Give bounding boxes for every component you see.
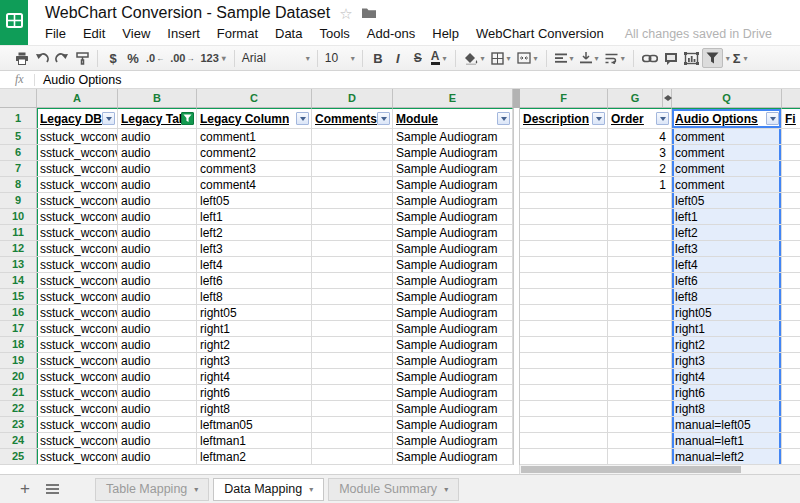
menu-help[interactable]: Help bbox=[432, 26, 459, 41]
filter-dropdown-button[interactable] bbox=[377, 112, 390, 125]
vertical-align-button[interactable]: ▾ bbox=[577, 48, 602, 68]
cell[interactable]: sstuck_wcconv bbox=[37, 161, 118, 177]
cell[interactable] bbox=[608, 289, 672, 305]
column-letter-D[interactable]: D bbox=[312, 89, 393, 108]
menu-add-ons[interactable]: Add-ons bbox=[367, 26, 415, 41]
row-number[interactable]: 19 bbox=[0, 353, 37, 369]
column-letter-Q[interactable]: Q bbox=[672, 89, 782, 108]
cell[interactable]: Sample Audiogram bbox=[393, 337, 513, 353]
cell[interactable] bbox=[312, 305, 393, 321]
menu-format[interactable]: Format bbox=[217, 26, 258, 41]
cell[interactable]: sstuck_wcconv bbox=[37, 417, 118, 433]
cell[interactable]: audio bbox=[118, 241, 197, 257]
row-number[interactable]: 12 bbox=[0, 241, 37, 257]
cell[interactable] bbox=[312, 353, 393, 369]
cell[interactable] bbox=[782, 353, 800, 369]
cell[interactable] bbox=[782, 177, 800, 193]
cell[interactable] bbox=[520, 449, 608, 465]
row-number[interactable]: 21 bbox=[0, 385, 37, 401]
row-number[interactable]: 25 bbox=[0, 449, 37, 465]
cell[interactable]: sstuck_wcconv bbox=[37, 337, 118, 353]
cell[interactable]: right2 bbox=[672, 337, 782, 353]
row-number[interactable]: 11 bbox=[0, 225, 37, 241]
cell[interactable]: sstuck_wcconv bbox=[37, 241, 118, 257]
cell[interactable] bbox=[608, 337, 672, 353]
cell[interactable]: audio bbox=[118, 129, 197, 145]
header-cell-legacy-table[interactable]: Legacy Table bbox=[118, 108, 197, 129]
cell[interactable]: Sample Audiogram bbox=[393, 289, 513, 305]
cell[interactable]: Sample Audiogram bbox=[393, 225, 513, 241]
cell[interactable] bbox=[782, 289, 800, 305]
cell[interactable] bbox=[312, 337, 393, 353]
cell[interactable] bbox=[608, 273, 672, 289]
cell[interactable]: audio bbox=[118, 257, 197, 273]
cell[interactable]: right4 bbox=[197, 369, 312, 385]
cell[interactable] bbox=[520, 273, 608, 289]
cell[interactable] bbox=[782, 433, 800, 449]
column-letter-A[interactable]: A bbox=[37, 89, 118, 108]
column-letter-C[interactable]: C bbox=[197, 89, 312, 108]
cell[interactable]: right3 bbox=[197, 353, 312, 369]
print-button[interactable] bbox=[12, 48, 32, 68]
cell[interactable] bbox=[312, 417, 393, 433]
cell[interactable] bbox=[782, 401, 800, 417]
cell[interactable]: right6 bbox=[197, 385, 312, 401]
column-letter-E[interactable]: E bbox=[393, 89, 513, 108]
cell[interactable]: left6 bbox=[672, 273, 782, 289]
cell[interactable]: Sample Audiogram bbox=[393, 401, 513, 417]
cell[interactable] bbox=[312, 321, 393, 337]
cell[interactable] bbox=[608, 353, 672, 369]
cell[interactable]: leftman05 bbox=[197, 417, 312, 433]
font-name-select[interactable]: Arial▾ bbox=[240, 48, 312, 68]
filter-button[interactable] bbox=[702, 48, 723, 68]
cell[interactable] bbox=[782, 241, 800, 257]
row-number[interactable]: 10 bbox=[0, 209, 37, 225]
header-cell-module[interactable]: Module bbox=[393, 108, 513, 129]
folder-icon[interactable] bbox=[362, 4, 376, 22]
cell[interactable] bbox=[520, 193, 608, 209]
cell[interactable]: sstuck_wcconv bbox=[37, 129, 118, 145]
cell[interactable]: Sample Audiogram bbox=[393, 161, 513, 177]
cell[interactable]: audio bbox=[118, 401, 197, 417]
cell[interactable] bbox=[520, 321, 608, 337]
cell[interactable]: audio bbox=[118, 353, 197, 369]
fill-color-button[interactable]: ▾ bbox=[461, 48, 488, 68]
cell[interactable]: audio bbox=[118, 289, 197, 305]
cell[interactable] bbox=[608, 433, 672, 449]
insert-comment-button[interactable] bbox=[661, 48, 681, 68]
cell[interactable] bbox=[520, 337, 608, 353]
row-number[interactable]: 8 bbox=[0, 177, 37, 193]
cell[interactable]: Sample Audiogram bbox=[393, 273, 513, 289]
cell[interactable] bbox=[312, 225, 393, 241]
column-letter-B[interactable]: B bbox=[118, 89, 197, 108]
menu-data[interactable]: Data bbox=[275, 26, 302, 41]
text-color-button[interactable]: A▾ bbox=[428, 48, 450, 68]
cell[interactable]: left3 bbox=[672, 241, 782, 257]
cell[interactable]: leftman2 bbox=[197, 449, 312, 465]
cell[interactable] bbox=[520, 385, 608, 401]
cell[interactable]: Sample Audiogram bbox=[393, 241, 513, 257]
cell[interactable] bbox=[312, 177, 393, 193]
increase-decimal-button[interactable]: .00→ bbox=[167, 48, 197, 68]
cell[interactable]: sstuck_wcconv bbox=[37, 177, 118, 193]
cell[interactable] bbox=[312, 257, 393, 273]
cell[interactable]: audio bbox=[118, 273, 197, 289]
cell[interactable]: audio bbox=[118, 433, 197, 449]
cell[interactable]: left8 bbox=[672, 289, 782, 305]
all-sheets-menu-button[interactable] bbox=[46, 484, 59, 494]
cell[interactable]: 4 bbox=[608, 129, 672, 145]
cell[interactable] bbox=[520, 433, 608, 449]
formula-input[interactable]: Audio Options bbox=[43, 73, 122, 87]
cell[interactable] bbox=[312, 193, 393, 209]
cell[interactable]: Sample Audiogram bbox=[393, 193, 513, 209]
italic-button[interactable]: I bbox=[388, 48, 408, 68]
row-number[interactable]: 16 bbox=[0, 305, 37, 321]
header-cell-description[interactable]: Description bbox=[520, 108, 608, 129]
cell[interactable] bbox=[608, 385, 672, 401]
filter-applied-icon[interactable] bbox=[181, 112, 194, 125]
cell[interactable] bbox=[608, 225, 672, 241]
cell[interactable] bbox=[312, 273, 393, 289]
cell[interactable] bbox=[782, 305, 800, 321]
cell[interactable] bbox=[520, 241, 608, 257]
font-size-select[interactable]: 10▾ bbox=[323, 48, 357, 68]
